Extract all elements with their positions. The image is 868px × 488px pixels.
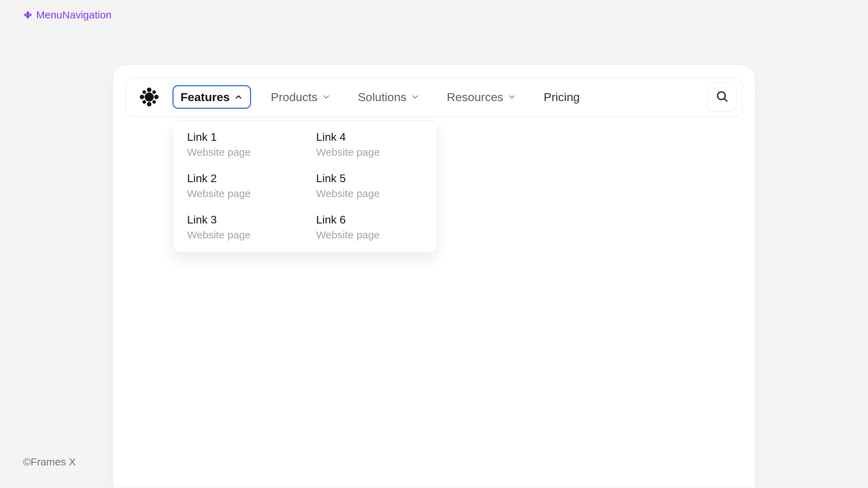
features-dropdown: Link 1 Website page Link 4 Website page … xyxy=(173,121,437,252)
chevron-down-icon xyxy=(507,92,516,101)
dropdown-link-5[interactable]: Link 5 Website page xyxy=(316,172,423,200)
nav-item-solutions[interactable]: Solutions xyxy=(351,85,427,109)
nav-item-label: Pricing xyxy=(544,91,580,103)
nav-item-pricing[interactable]: Pricing xyxy=(536,85,587,109)
component-badge: MenuNavigation xyxy=(23,9,112,21)
svg-point-1 xyxy=(147,88,152,92)
dropdown-link-title: Link 2 xyxy=(187,172,294,185)
chevron-down-icon xyxy=(411,92,420,101)
dropdown-link-sub: Website page xyxy=(187,188,294,200)
dropdown-link-sub: Website page xyxy=(316,188,423,200)
diamond-icon xyxy=(23,10,33,20)
dropdown-link-sub: Website page xyxy=(316,146,423,158)
dropdown-link-title: Link 3 xyxy=(187,213,294,226)
dropdown-link-sub: Website page xyxy=(316,229,423,241)
nav-item-features[interactable]: Features xyxy=(172,85,251,109)
nav-item-label: Products xyxy=(271,91,318,103)
nav-item-label: Features xyxy=(180,91,230,103)
search-icon xyxy=(715,90,729,104)
dropdown-link-title: Link 6 xyxy=(316,213,423,226)
dropdown-link-1[interactable]: Link 1 Website page xyxy=(187,131,294,158)
dropdown-link-sub: Website page xyxy=(187,146,294,158)
nav-item-label: Solutions xyxy=(358,91,407,103)
svg-point-4 xyxy=(154,95,159,99)
svg-point-2 xyxy=(147,102,152,106)
brand-logo-icon[interactable] xyxy=(138,86,160,108)
svg-point-6 xyxy=(152,90,156,94)
chevron-down-icon xyxy=(322,92,331,101)
svg-point-0 xyxy=(145,92,154,101)
nav-item-label: Resources xyxy=(447,91,504,103)
dropdown-link-sub: Website page xyxy=(187,229,294,241)
nav-item-products[interactable]: Products xyxy=(264,85,338,109)
svg-point-3 xyxy=(140,95,144,99)
preview-canvas: Features Products Solutions xyxy=(113,65,755,488)
chevron-up-icon xyxy=(234,92,243,101)
dropdown-link-3[interactable]: Link 3 Website page xyxy=(187,213,294,241)
component-badge-label: MenuNavigation xyxy=(36,9,112,21)
dropdown-link-6[interactable]: Link 6 Website page xyxy=(316,213,423,241)
dropdown-link-title: Link 5 xyxy=(316,172,423,185)
svg-point-8 xyxy=(152,100,156,104)
credit-text: ©Frames X xyxy=(23,456,76,468)
svg-point-7 xyxy=(143,100,146,104)
dropdown-link-title: Link 1 xyxy=(187,131,294,144)
menu-navigation: Features Products Solutions xyxy=(126,78,742,116)
nav-item-resources[interactable]: Resources xyxy=(440,85,524,109)
search-button[interactable] xyxy=(707,82,737,112)
svg-point-5 xyxy=(143,90,146,94)
dropdown-link-2[interactable]: Link 2 Website page xyxy=(187,172,294,200)
dropdown-link-title: Link 4 xyxy=(316,131,423,144)
dropdown-link-4[interactable]: Link 4 Website page xyxy=(316,131,423,158)
